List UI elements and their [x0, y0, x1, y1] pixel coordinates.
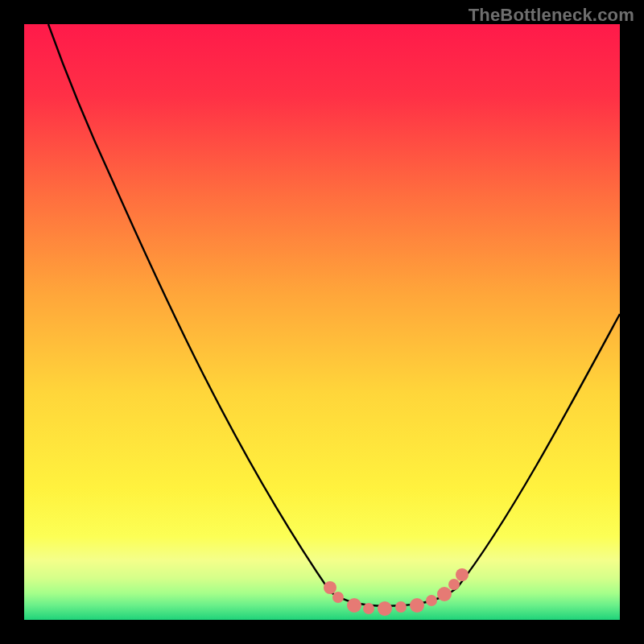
chart-container: TheBottleneck.com	[0, 0, 644, 644]
svg-point-1	[324, 581, 336, 594]
svg-point-8	[426, 595, 437, 606]
svg-point-4	[363, 603, 374, 614]
bottleneck-curve	[24, 24, 620, 620]
watermark-text: TheBottleneck.com	[469, 5, 634, 26]
svg-point-11	[456, 568, 469, 581]
svg-point-5	[378, 601, 392, 616]
svg-point-2	[332, 592, 344, 603]
curve-path	[48, 24, 620, 606]
highlight-dots	[324, 568, 469, 616]
svg-point-3	[347, 598, 361, 613]
svg-point-6	[395, 601, 407, 613]
plot-area	[24, 24, 620, 620]
svg-point-9	[437, 587, 452, 601]
svg-point-7	[410, 598, 424, 613]
svg-point-10	[448, 579, 460, 590]
